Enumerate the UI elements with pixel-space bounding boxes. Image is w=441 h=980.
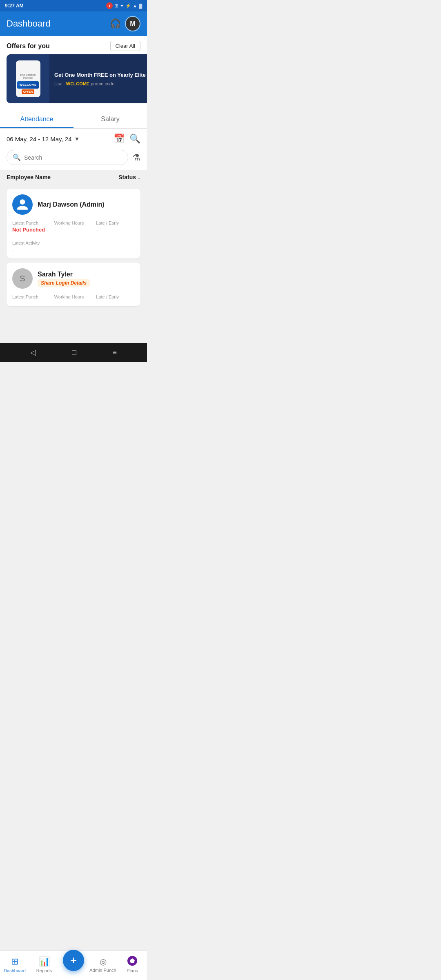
offers-header: Offers for you Clear All [0, 36, 147, 54]
latest-punch-stat: Latest Punch Not Punched [12, 220, 51, 233]
latest-punch-value: Not Punched [12, 227, 51, 233]
filter-funnel-icon[interactable]: ⚗ [132, 152, 140, 163]
search-bar-icon: 🔍 [13, 154, 21, 161]
working-hours-value: - [54, 227, 93, 233]
working-hours-stat: Working Hours - [54, 220, 93, 233]
search-container: 🔍 ⚗ [0, 147, 147, 170]
late-early-label: Late / Early [96, 220, 135, 225]
avatar-letter: S [20, 274, 25, 283]
offers-title: Offers for you [7, 42, 50, 50]
sort-icon: ↓ [138, 174, 140, 180]
latest-activity-section: Latest Activity - [12, 237, 135, 253]
filter-row: 06 May, 24 - 12 May, 24 ▼ 📅 🔍 [0, 129, 147, 147]
employee-name: Sarah Tyler [38, 271, 90, 278]
employee-card: S Sarah Tyler Share Login Details Latest… [7, 263, 140, 306]
offer-heading: Get One Month FREE on Yearly Elite Plan [54, 71, 147, 79]
latest-activity-label: Latest Activity [12, 241, 135, 245]
home-button[interactable]: □ [72, 348, 76, 357]
battery-icon: ▓ [139, 3, 142, 8]
employee-info: Marj Dawson (Admin) [38, 201, 105, 208]
latest-activity-value: - [12, 247, 135, 253]
latest-punch-label: Latest Punch [12, 294, 51, 299]
wifi-icon: ▲ [133, 3, 137, 8]
header: Dashboard 🎧 M [0, 11, 147, 36]
late-early-label: Late / Early [96, 294, 135, 299]
back-button[interactable]: ◁ [30, 348, 36, 357]
chevron-down-icon: ▼ [74, 136, 80, 142]
clear-all-button[interactable]: Clear All [110, 41, 140, 51]
recording-icon: ● [106, 2, 113, 9]
latest-punch-label: Latest Punch [12, 220, 51, 225]
media-icon: ⊞ [114, 3, 118, 9]
offer-badge: OFFER [22, 89, 35, 94]
offers-scroll: FOR LIMITED PERIOD WELCOME OFFER Get One… [0, 54, 147, 110]
date-range-selector[interactable]: 06 May, 24 - 12 May, 24 ▼ [7, 136, 80, 143]
employee-name: Marj Dawson (Admin) [38, 201, 105, 208]
employee-stats: Latest Punch Not Punched Working Hours -… [12, 220, 135, 233]
date-range-label: 06 May, 24 - 12 May, 24 [7, 136, 72, 143]
search-icon[interactable]: 🔍 [129, 134, 140, 144]
battery-bolt-icon: ⚡ [125, 3, 131, 9]
latest-punch-stat: Latest Punch [12, 294, 51, 301]
calendar-icon[interactable]: 📅 [114, 134, 125, 144]
late-early-stat: Late / Early [96, 294, 135, 301]
table-header: Employee Name Status ↓ [0, 170, 147, 185]
welcome-badge: WELCOME [17, 81, 39, 89]
avatar: S [12, 268, 33, 289]
employee-stats: Latest Punch Working Hours Late / Early [12, 294, 135, 301]
status-label: Status [118, 174, 136, 180]
menu-button[interactable]: ≡ [112, 348, 117, 357]
user-avatar[interactable]: M [125, 16, 140, 31]
offer-promo-code: WELCOME [66, 81, 89, 86]
employee-card-header: Marj Dawson (Admin) [12, 194, 135, 215]
avatar [12, 194, 33, 215]
person-icon [16, 198, 29, 211]
header-actions: 🎧 M [110, 16, 140, 31]
search-input[interactable] [24, 154, 122, 161]
status-time: 9:27 AM [5, 3, 24, 9]
offer-promo-line: Use : WELCOME promo code [54, 81, 147, 86]
phone-mockup: FOR LIMITED PERIOD WELCOME OFFER [16, 60, 40, 97]
tabs-container: Attendance Salary [0, 110, 147, 129]
employee-card-header: S Sarah Tyler Share Login Details [12, 268, 135, 289]
status-sort-button[interactable]: Status ↓ [118, 174, 140, 180]
employee-info: Sarah Tyler Share Login Details [38, 271, 90, 287]
late-early-value: - [96, 227, 135, 233]
share-login-tag: Share Login Details [38, 279, 90, 287]
primary-offer-card[interactable]: FOR LIMITED PERIOD WELCOME OFFER Get One… [7, 54, 147, 103]
status-bar: 9:27 AM ● ⊞ ✦ ⚡ ▲ ▓ [0, 0, 147, 11]
offer-text: Get One Month FREE on Yearly Elite Plan … [49, 67, 147, 90]
tab-salary[interactable]: Salary [74, 110, 147, 128]
status-icons: ● ⊞ ✦ ⚡ ▲ ▓ [106, 2, 142, 9]
late-early-stat: Late / Early - [96, 220, 135, 233]
tab-attendance[interactable]: Attendance [0, 110, 74, 128]
employee-card: Marj Dawson (Admin) Latest Punch Not Pun… [7, 189, 140, 258]
headset-icon[interactable]: 🎧 [110, 18, 121, 29]
search-bar[interactable]: 🔍 [7, 150, 128, 165]
working-hours-label: Working Hours [54, 294, 93, 299]
page-title: Dashboard [7, 18, 51, 29]
android-nav-bar: ◁ □ ≡ [0, 343, 147, 362]
offer-image: FOR LIMITED PERIOD WELCOME OFFER [7, 54, 49, 103]
filter-icons: 📅 🔍 [114, 134, 140, 144]
bluetooth-icon: ✦ [120, 3, 124, 9]
working-hours-stat: Working Hours [54, 294, 93, 301]
employee-name-column: Employee Name [7, 174, 51, 180]
working-hours-label: Working Hours [54, 220, 93, 225]
employee-list: Marj Dawson (Admin) Latest Punch Not Pun… [0, 185, 147, 310]
